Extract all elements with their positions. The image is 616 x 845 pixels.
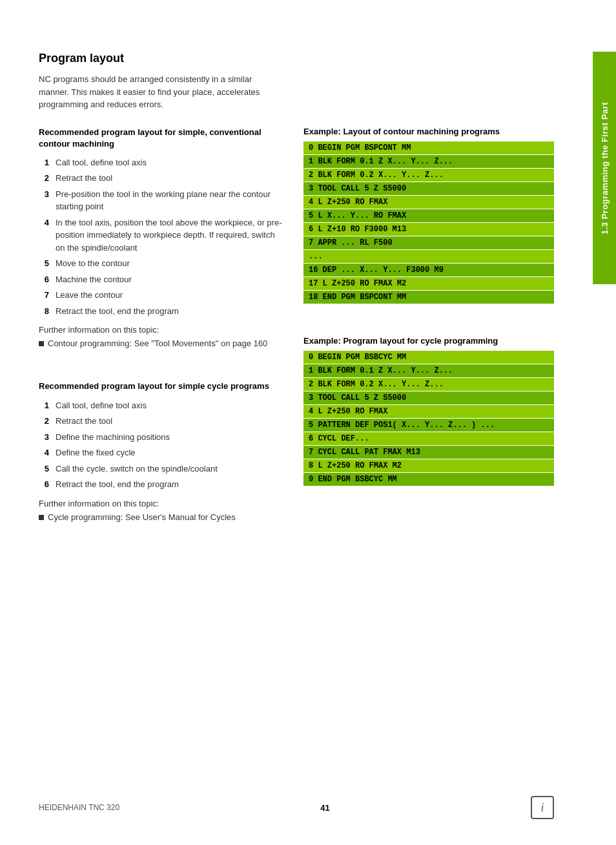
code-row: 17 L Z+250 RO FMAX M2 (303, 277, 554, 290)
code-row: 4 L Z+250 RO FMAX (303, 196, 554, 209)
main-content: Program layout NC programs should be arr… (0, 0, 593, 845)
section1-further-label: Further information on this topic: (39, 325, 284, 335)
example1-code-block: 0 BEGIN PGM BSPCONT MM 1 BLK FORM 0.1 Z … (303, 141, 554, 304)
list-item: 1Call tool, define tool axis (39, 156, 284, 169)
list-item: 5Move to the contour (39, 257, 284, 270)
code-row: 2 BLK FORM 0.2 X... Y... Z... (303, 169, 554, 182)
code-row: 16 DEP ... X... Y... F3000 M9 (303, 264, 554, 276)
section2-further-label: Further information on this topic: (39, 499, 284, 508)
example1-label: Example: Layout of contour machining pro… (303, 127, 554, 136)
code-row: 3 TOOL CALL 5 Z S5000 (303, 391, 554, 404)
code-row: 7 APPR ... RL F500 (303, 236, 554, 249)
side-tab: 1.3 Programming the First Part (593, 52, 616, 284)
section2-list: 1Call tool, define tool axis 2Retract th… (39, 399, 284, 491)
code-row: 0 BEGIN PGM BSPCONT MM (303, 141, 554, 154)
list-item: 6Retract the tool, end the program (39, 478, 284, 491)
code-row: 6 L Z+10 RO F3000 M13 (303, 223, 554, 236)
list-item: 4Define the fixed cycle (39, 446, 284, 459)
section2-link-text: Cycle programming: See User's Manual for… (48, 512, 236, 522)
bullet-icon (39, 515, 44, 520)
list-item: 5Call the cycle, switch on the spindle/c… (39, 463, 284, 475)
example2-label: Example: Program layout for cycle progra… (303, 336, 554, 346)
example2-code-block: 0 BEGIN PGM BSBCYC MM 1 BLK FORM 0.1 Z X… (303, 351, 554, 486)
page-title: Program layout (39, 52, 554, 65)
code-row: ... (303, 250, 554, 263)
list-item: 2Retract the tool (39, 415, 284, 428)
section2-further-link: Cycle programming: See User's Manual for… (39, 512, 284, 522)
code-row: 1 BLK FORM 0.1 Z X... Y... Z... (303, 364, 554, 377)
left-column: Recommended program layout for simple, c… (39, 127, 284, 535)
right-column: Example: Layout of contour machining pro… (303, 127, 554, 535)
list-item: 1Call tool, define tool axis (39, 399, 284, 412)
section1-link-text: Contour programming: See "Tool Movements… (48, 339, 267, 348)
code-row: 3 TOOL CALL 5 Z S5000 (303, 182, 554, 195)
list-item: 2Retract the tool (39, 172, 284, 185)
code-row: 9 END PGM BSBCYC MM (303, 473, 554, 486)
list-item: 3Pre-position the tool in the working pl… (39, 188, 284, 213)
code-row: 18 END PGM BSPCONT MM (303, 291, 554, 304)
code-row: 4 L Z+250 RO FMAX (303, 405, 554, 418)
list-item: 7Leave the contour (39, 289, 284, 302)
side-tab-label: 1.3 Programming the First Part (600, 102, 610, 235)
code-row: 7 CYCL CALL PAT FMAX M13 (303, 446, 554, 459)
footer-page-number: 41 (320, 803, 329, 813)
code-row: 5 PATTERN DEF POS1( X... Y... Z... ) ... (303, 419, 554, 432)
two-column-layout: Recommended program layout for simple, c… (39, 127, 554, 535)
intro-text: NC programs should be arranged consisten… (39, 73, 284, 111)
code-row: 1 BLK FORM 0.1 Z X... Y... Z... (303, 155, 554, 168)
code-row: 5 L X... Y... RO FMAX (303, 209, 554, 222)
page-footer: HEIDENHAIN TNC 320 41 i (39, 796, 554, 819)
page-container: 1.3 Programming the First Part Program l… (0, 0, 616, 845)
bullet-icon (39, 341, 44, 346)
list-item: 3Define the machining positions (39, 431, 284, 444)
info-icon: i (531, 796, 554, 819)
code-row: 6 CYCL DEF... (303, 432, 554, 445)
section1-list: 1Call tool, define tool axis 2Retract th… (39, 156, 284, 318)
list-item: 4In the tool axis, position the tool abo… (39, 216, 284, 255)
code-row: 0 BEGIN PGM BSBCYC MM (303, 351, 554, 364)
code-row: 2 BLK FORM 0.2 X... Y... Z... (303, 378, 554, 391)
list-item: 8Retract the tool, end the program (39, 305, 284, 318)
section1-further-link: Contour programming: See "Tool Movements… (39, 339, 284, 348)
list-item: 6Machine the contour (39, 273, 284, 286)
code-row: 8 L Z+250 RO FMAX M2 (303, 459, 554, 472)
section2-heading: Recommended program layout for simple cy… (39, 381, 284, 392)
footer-brand: HEIDENHAIN TNC 320 (39, 803, 119, 812)
section1-heading: Recommended program layout for simple, c… (39, 127, 284, 150)
